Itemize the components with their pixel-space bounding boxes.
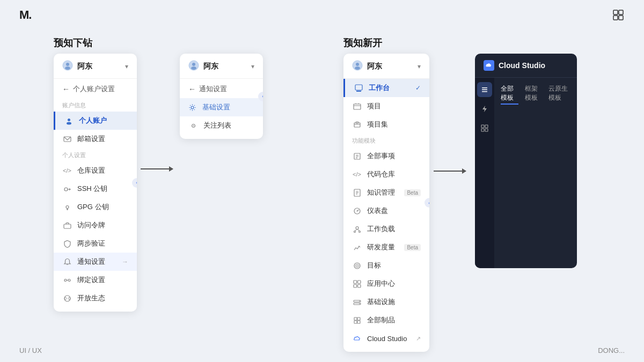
svg-point-48 (359, 300, 360, 301)
menu-item-projects[interactable]: 项目 (343, 97, 429, 115)
svg-point-11 (66, 205, 69, 208)
dark-nav-icon-menu[interactable] (477, 82, 492, 97)
menu-item-gpg[interactable]: GPG 公钥 (54, 198, 137, 216)
bind-label: 绑定设置 (77, 275, 128, 285)
2fa-label: 两步验证 (77, 239, 128, 248)
menu-item-basic-settings[interactable]: 基础设置 (180, 98, 263, 116)
watch-list-icon (188, 121, 198, 130)
dark-nav-icon-grid[interactable] (477, 121, 492, 136)
workload-icon (352, 224, 362, 234)
svg-rect-54 (482, 87, 487, 88)
menu-item-project-groups[interactable]: 项目集 (343, 115, 429, 134)
panel-2-username: 阿东 (203, 62, 218, 71)
dark-panel-header: Cloud Studio (475, 54, 577, 78)
menu-item-watch-list[interactable]: 关注列表 (180, 116, 263, 135)
svg-rect-28 (356, 91, 361, 92)
token-label: 访问令牌 (77, 220, 128, 230)
workload-label: 工作负载 (367, 224, 421, 234)
svg-rect-44 (354, 284, 357, 287)
svg-point-37 (354, 231, 355, 232)
menu-item-token[interactable]: 访问令牌 (54, 216, 137, 234)
menu-item-open-eco[interactable]: 开放生态 (54, 289, 137, 307)
dark-tab-all-templates[interactable]: 全部模板 (501, 83, 518, 105)
chevron-down-icon-3[interactable]: ▾ (418, 63, 421, 70)
svg-rect-0 (613, 10, 618, 14)
personal-account-label: 个人账户 (79, 116, 128, 125)
token-icon (62, 220, 72, 230)
svg-rect-59 (485, 125, 488, 128)
menu-item-code-repo[interactable]: </> 代码仓库 (343, 165, 429, 183)
dark-tab-bar: 全部模板 框架模板 云原生模板 (501, 83, 570, 109)
dark-nav-icon-bolt[interactable] (477, 101, 492, 116)
menu-item-infrastructure[interactable]: 基础设施 (343, 293, 429, 311)
layout-icon[interactable] (612, 9, 625, 21)
ssh-label: SSH 公钥 (77, 184, 128, 194)
panel-2-header: 阿东 ▾ (180, 54, 263, 79)
svg-rect-58 (481, 125, 484, 128)
svg-rect-60 (481, 129, 484, 131)
infrastructure-icon (352, 297, 362, 307)
panel-1-back[interactable]: ← 个人账户设置 (54, 79, 137, 98)
svg-point-6 (65, 67, 70, 70)
all-products-label: 全部制品 (367, 315, 421, 325)
dashboard-label: 仪表盘 (367, 206, 421, 216)
open-eco-label: 开放生态 (77, 293, 128, 303)
menu-item-goals[interactable]: 目标 (343, 256, 429, 275)
all-issues-icon (352, 151, 362, 161)
svg-point-41 (356, 265, 357, 266)
menu-item-ssh[interactable]: SSH 公钥 (54, 180, 137, 198)
dashboard-icon (352, 206, 362, 216)
chevron-down-icon-2[interactable]: ▾ (251, 63, 254, 70)
menu-item-repo[interactable]: </> 仓库设置 (54, 161, 137, 180)
panel-1-section1: 账户信息 (54, 98, 137, 112)
email-icon (62, 134, 72, 144)
app-center-icon (352, 279, 362, 289)
dark-panel: Cloud Studio 全部模板 框架模板 云原生模板 (475, 54, 577, 268)
svg-point-19 (192, 63, 195, 66)
panel-1-back-label: 个人账户设置 (73, 84, 115, 94)
menu-item-dashboard[interactable]: 仪表盘 (343, 202, 429, 220)
bind-icon (62, 275, 72, 285)
menu-item-bind[interactable]: 绑定设置 (54, 271, 137, 289)
basic-settings-label: 基础设置 (202, 102, 254, 112)
menu-item-personal-account[interactable]: 个人账户 (54, 112, 137, 130)
menu-item-email[interactable]: 邮箱设置 (54, 130, 137, 148)
panel-3-username: 阿东 (367, 62, 382, 71)
svg-rect-42 (354, 280, 357, 284)
menu-item-workspace[interactable]: 工作台 ✓ (343, 79, 429, 97)
watch-list-label: 关注列表 (203, 121, 254, 130)
project-groups-icon (352, 120, 362, 129)
menu-item-knowledge[interactable]: 知识管理 Beta (343, 183, 429, 202)
menu-item-app-center[interactable]: 应用中心 (343, 275, 429, 293)
dark-content-body (501, 109, 570, 268)
projects-label: 项目 (367, 101, 421, 111)
chevron-down-icon-1[interactable]: ▾ (125, 63, 128, 70)
svg-marker-57 (482, 106, 487, 112)
menu-item-all-issues[interactable]: 全部事项 (343, 147, 429, 165)
dark-sidebar-left (475, 78, 494, 268)
dark-sidebar: 全部模板 框架模板 云原生模板 (475, 78, 577, 268)
svg-point-14 (68, 279, 70, 281)
gpg-icon (62, 202, 72, 212)
dev-metrics-badge: Beta (404, 244, 421, 251)
knowledge-label: 知识管理 (367, 188, 399, 197)
menu-item-notify[interactable]: 通知设置 → (54, 253, 137, 271)
svg-rect-50 (354, 317, 357, 320)
dark-tab-framework[interactable]: 框架模板 (525, 83, 543, 105)
dark-tab-cloud-native[interactable]: 云原生模板 (548, 83, 570, 105)
panel-2-back[interactable]: ← 通知设置 (180, 79, 263, 98)
svg-rect-2 (613, 16, 618, 20)
project-groups-label: 项目集 (367, 120, 421, 129)
section-left-title: 预知下钻 (54, 36, 92, 49)
menu-item-2fa[interactable]: 两步验证 (54, 234, 137, 253)
svg-rect-29 (354, 104, 361, 109)
menu-item-all-products[interactable]: 全部制品 (343, 311, 429, 329)
menu-item-workload[interactable]: 工作负载 (343, 220, 429, 238)
bottom-left-label: UI / UX (19, 346, 42, 354)
svg-point-21 (191, 106, 194, 109)
svg-point-15 (64, 295, 70, 301)
panel-1-header: 阿东 ▾ (54, 54, 137, 79)
svg-point-38 (358, 231, 360, 232)
svg-point-49 (359, 303, 360, 304)
menu-item-dev-metrics[interactable]: 研发度量 Beta (343, 238, 429, 256)
